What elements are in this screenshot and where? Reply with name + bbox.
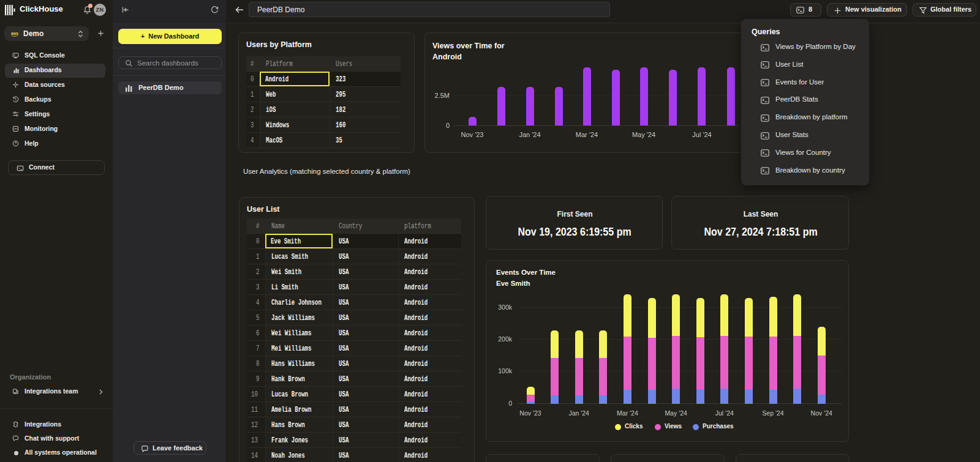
svg-text:aws: aws bbox=[11, 31, 18, 35]
